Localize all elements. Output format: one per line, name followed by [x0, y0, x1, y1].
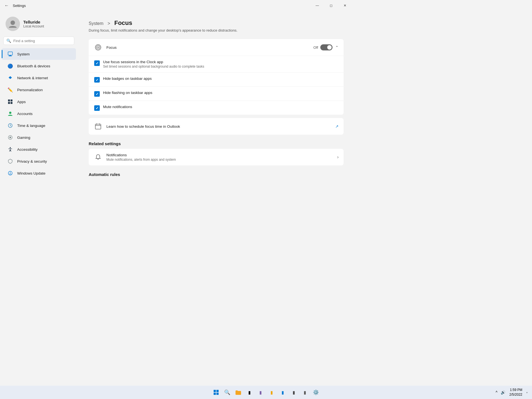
sidebar-item-label-apps: Apps: [17, 100, 26, 104]
learn-outlook-content: Learn how to schedule focus time in Outl…: [106, 124, 335, 129]
focus-icon: [94, 43, 103, 52]
window-controls: — ◻ ✕: [311, 1, 351, 10]
learn-outlook-card[interactable]: Learn how to schedule focus time in Outl…: [89, 118, 344, 135]
clock-app-checkbox[interactable]: ✓: [94, 60, 100, 66]
check-icon-2: ✓: [96, 78, 99, 82]
hide-flashing-title: Hide flashing on taskbar apps: [103, 91, 152, 95]
title-bar: ← Settings — ◻ ✕: [0, 0, 355, 11]
sidebar-item-apps[interactable]: Apps: [2, 96, 76, 108]
focus-card: Focus Off ⌃ ✓ Use f: [89, 39, 344, 115]
svg-rect-4: [8, 99, 10, 101]
related-settings-title: Related settings: [89, 141, 344, 146]
search-icon: 🔍: [6, 39, 11, 43]
sidebar-item-label-network: Network & internet: [17, 76, 48, 80]
app-container: Telluride Local Account 🔍 System: [0, 11, 355, 253]
mute-notifications-title: Mute notifications: [103, 105, 132, 109]
mute-notifications-content: Mute notifications: [103, 105, 132, 109]
external-link-icon: ↗: [335, 124, 339, 129]
notifications-content: Notifications Mute notifications, alerts…: [106, 153, 337, 162]
search-box[interactable]: 🔍: [3, 37, 74, 45]
hide-badges-checkbox[interactable]: ✓: [94, 77, 100, 83]
sidebar-item-label-gaming: Gaming: [17, 135, 30, 140]
chevron-right-icon: ›: [337, 155, 339, 160]
clock-app-content: Use focus sessions in the Clock app Set …: [103, 60, 204, 68]
sidebar-item-accessibility[interactable]: Accessibility: [2, 144, 76, 155]
accounts-icon: [7, 111, 13, 117]
avatar: [6, 17, 20, 31]
accessibility-icon: [7, 146, 13, 152]
learn-outlook-row[interactable]: Learn how to schedule focus time in Outl…: [89, 118, 344, 135]
sidebar-item-bluetooth[interactable]: 🔵 Bluetooth & devices: [2, 60, 76, 72]
hide-flashing-content: Hide flashing on taskbar apps: [103, 91, 152, 95]
close-button[interactable]: ✕: [339, 1, 351, 10]
focus-toggle[interactable]: [320, 44, 332, 50]
time-icon: [7, 122, 13, 129]
clock-app-subtitle: Set timed sessions and optional backgrou…: [103, 65, 204, 68]
notifications-subtitle: Mute notifications, alerts from apps and…: [106, 158, 337, 162]
sidebar-item-accounts[interactable]: Accounts: [2, 108, 76, 119]
svg-rect-6: [8, 102, 10, 104]
learn-outlook-right: ↗: [335, 124, 339, 129]
focus-option-mute-notifications: ✓ Mute notifications: [89, 101, 344, 115]
automatic-rules-title: Automatic rules: [89, 172, 344, 177]
sidebar-item-label-privacy: Privacy & security: [17, 159, 47, 163]
user-info: Telluride Local Account: [23, 20, 44, 28]
main-content: System > Focus During focus, limit notif…: [78, 11, 355, 253]
back-button[interactable]: ←: [3, 2, 10, 9]
minimize-button[interactable]: —: [311, 1, 324, 10]
svg-rect-3: [9, 56, 12, 57]
sidebar-item-label-bluetooth: Bluetooth & devices: [17, 64, 50, 68]
sidebar-item-update[interactable]: Windows Update: [2, 167, 76, 179]
check-icon: ✓: [96, 61, 99, 65]
maximize-button[interactable]: ◻: [325, 1, 337, 10]
gaming-icon: [7, 134, 13, 140]
svg-rect-17: [95, 124, 101, 129]
focus-toggle-container: Off: [313, 44, 332, 50]
user-name: Telluride: [23, 20, 44, 24]
svg-point-8: [9, 112, 11, 114]
toggle-thumb: [327, 45, 332, 50]
user-section: Telluride Local Account: [0, 14, 78, 37]
hide-flashing-checkbox[interactable]: ✓: [94, 91, 100, 97]
svg-rect-7: [11, 102, 12, 104]
check-icon-3: ✓: [96, 92, 99, 96]
clock-app-title: Use focus sessions in the Clock app: [103, 60, 204, 64]
svg-point-11: [9, 137, 11, 138]
sidebar-item-time[interactable]: Time & language: [2, 120, 76, 131]
sidebar-item-privacy[interactable]: Privacy & security: [2, 155, 76, 167]
svg-point-12: [10, 147, 11, 148]
calendar-icon: [94, 122, 103, 131]
breadcrumb-parent: System: [89, 21, 103, 26]
page-header: System > Focus During focus, limit notif…: [89, 19, 344, 32]
focus-chevron-up-icon[interactable]: ⌃: [335, 45, 339, 50]
privacy-icon: [7, 158, 13, 164]
related-settings-card: Notifications Mute notifications, alerts…: [89, 149, 344, 165]
page-description: During focus, limit notifications and ch…: [89, 28, 344, 32]
sidebar-item-label-accessibility: Accessibility: [17, 147, 38, 152]
mute-notifications-checkbox[interactable]: ✓: [94, 105, 100, 111]
breadcrumb: System > Focus: [89, 19, 344, 27]
focus-toggle-label: Off: [313, 45, 318, 50]
hide-badges-content: Hide badges on taskbar apps: [103, 76, 152, 81]
notifications-row[interactable]: Notifications Mute notifications, alerts…: [89, 149, 344, 165]
personalization-icon: ✏️: [7, 87, 13, 93]
sidebar-item-label-accounts: Accounts: [17, 112, 33, 116]
search-input[interactable]: [13, 39, 71, 43]
focus-toggle-area: Off ⌃: [313, 44, 339, 50]
svg-point-16: [98, 47, 99, 48]
focus-title: Focus: [106, 45, 313, 50]
focus-option-clock-app: ✓ Use focus sessions in the Clock app Se…: [89, 56, 344, 73]
breadcrumb-separator: >: [106, 21, 111, 26]
sidebar-item-gaming[interactable]: Gaming: [2, 132, 76, 143]
svg-rect-1: [8, 52, 12, 55]
sidebar-item-system[interactable]: System: [2, 48, 76, 60]
sidebar-item-personalization[interactable]: ✏️ Personalization: [2, 84, 76, 96]
network-icon: [7, 75, 13, 81]
sidebar-item-network[interactable]: Network & internet: [2, 72, 76, 84]
svg-point-0: [11, 21, 15, 25]
sidebar-item-label-system: System: [17, 52, 30, 56]
sidebar-item-label-update: Windows Update: [17, 171, 45, 175]
system-icon: [7, 51, 13, 57]
sidebar-item-label-time: Time & language: [17, 124, 45, 128]
update-icon: [7, 170, 13, 176]
